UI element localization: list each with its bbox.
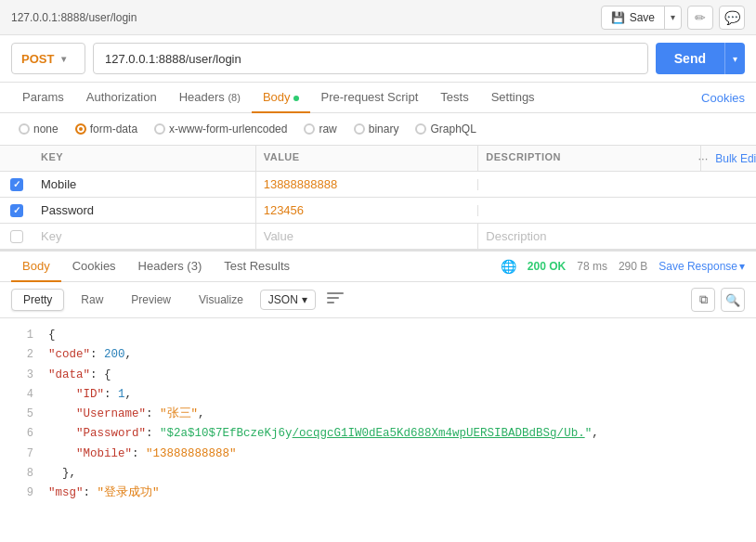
header-desc-col: DESCRIPTION (477, 146, 700, 171)
row-check-mobile[interactable]: ✓ (0, 173, 33, 197)
body-type-none[interactable]: none (11, 121, 66, 137)
desc-placeholder[interactable]: Description (477, 224, 700, 249)
search-icon: 🔍 (725, 293, 740, 307)
header-key-col: KEY (33, 146, 255, 171)
body-type-raw[interactable]: raw (296, 121, 344, 137)
key-placeholder[interactable]: Key (33, 224, 255, 249)
tab-body[interactable]: Body (252, 83, 310, 113)
copy-icon-button[interactable]: ⧉ (691, 288, 715, 312)
send-button-main[interactable]: Send (656, 43, 724, 74)
title-bar: 127.0.0.1:8888/user/login 💾 Save ▾ ✏ 💬 (0, 0, 756, 35)
cookies-link[interactable]: Cookies (701, 91, 745, 105)
body-type-row: none form-data x-www-form-urlencoded raw… (0, 113, 756, 146)
response-tabs: Body Cookies Headers (3) Test Results 🌐 … (0, 252, 756, 282)
send-dropdown-arrow[interactable]: ▾ (724, 43, 745, 74)
response-tab-cookies[interactable]: Cookies (61, 252, 127, 282)
json-line-6: 6 "Password": "$2a$10$7EfBczeKj6y/ocqgcG… (0, 424, 756, 444)
tab-authorization[interactable]: Authorization (75, 83, 168, 113)
format-label: JSON (268, 293, 298, 306)
edit-icon-button[interactable]: ✏ (687, 6, 713, 30)
radio-graphql (415, 123, 426, 135)
save-button[interactable]: 💾 Save ▾ (601, 6, 682, 30)
body-type-binary[interactable]: binary (346, 121, 407, 137)
comment-icon-button[interactable]: 💬 (719, 6, 745, 30)
body-type-graphql[interactable]: GraphQL (408, 121, 483, 137)
url-bar: POST ▾ Send ▾ (0, 35, 756, 83)
form-table: KEY VALUE DESCRIPTION ··· Bulk Edit ✓ Mo… (0, 146, 756, 250)
edit-icon: ✏ (695, 10, 706, 25)
json-content-7: "Mobile": "13888888888" (48, 445, 237, 464)
comment-icon: 💬 (724, 10, 740, 25)
desc-password[interactable] (477, 205, 700, 216)
checkbox-password[interactable]: ✓ (10, 204, 23, 217)
line-num-4: 4 (11, 385, 33, 405)
line-num-6: 6 (11, 424, 33, 444)
formdata-label: form-data (90, 123, 137, 136)
line-num-9: 9 (11, 484, 33, 503)
json-line-7: 7 "Mobile": "13888888888" (0, 445, 756, 464)
body-type-urlencoded[interactable]: x-www-form-urlencoded (147, 121, 294, 137)
tab-prerequest[interactable]: Pre-request Script (310, 83, 430, 113)
send-label: Send (674, 51, 706, 66)
copy-icon: ⧉ (699, 292, 708, 307)
filter-icon-button[interactable] (327, 292, 344, 308)
header-actions-col: ··· Bulk Edit (700, 146, 756, 171)
method-label: POST (21, 52, 54, 66)
json-line-1: 1 { (0, 326, 756, 345)
response-tab-body[interactable]: Body (11, 252, 61, 282)
send-button[interactable]: Send ▾ (656, 43, 745, 74)
save-response-button[interactable]: Save Response ▾ (658, 260, 745, 273)
method-dropdown[interactable]: POST ▾ (11, 43, 85, 74)
view-raw-button[interactable]: Raw (70, 290, 114, 310)
key-password[interactable]: Password (33, 198, 255, 223)
tab-params[interactable]: Params (11, 83, 75, 113)
json-content-3: "data": { (48, 366, 111, 385)
body-type-formdata[interactable]: form-data (68, 121, 145, 137)
format-dropdown[interactable]: JSON ▾ (260, 290, 316, 310)
view-preview-button[interactable]: Preview (120, 290, 182, 310)
checkbox-mobile[interactable]: ✓ (10, 178, 23, 191)
json-line-8: 8 }, (0, 464, 756, 484)
value-placeholder[interactable]: Value (255, 224, 478, 249)
form-row-mobile: ✓ Mobile 13888888888 (0, 172, 756, 198)
tab-settings[interactable]: Settings (480, 83, 546, 113)
response-size: 290 B (619, 260, 647, 273)
key-mobile[interactable]: Mobile (33, 172, 255, 197)
radio-formdata (75, 123, 86, 135)
header-check-col (0, 146, 33, 171)
none-label: none (33, 123, 59, 136)
svg-rect-0 (327, 292, 344, 294)
tab-tests[interactable]: Tests (429, 83, 479, 113)
row-check-password[interactable]: ✓ (0, 199, 33, 223)
url-input[interactable] (93, 43, 648, 74)
tab-headers[interactable]: Headers (8) (168, 83, 252, 113)
desc-mobile[interactable] (477, 179, 700, 190)
key-placeholder-text: Key (41, 229, 61, 243)
line-num-3: 3 (11, 366, 33, 385)
line-num-5: 5 (11, 405, 33, 424)
response-tab-testresults[interactable]: Test Results (213, 252, 301, 282)
search-icon-button[interactable]: 🔍 (721, 288, 745, 312)
binary-label: binary (369, 123, 399, 136)
form-table-header: KEY VALUE DESCRIPTION ··· Bulk Edit (0, 146, 756, 172)
view-pretty-button[interactable]: Pretty (11, 289, 64, 311)
json-content-2: "code": 200, (48, 345, 132, 365)
form-row-password: ✓ Password 123456 (0, 198, 756, 224)
json-content-8: }, (48, 464, 76, 484)
svg-rect-1 (327, 297, 339, 299)
more-options-icon[interactable]: ··· (697, 151, 708, 165)
save-dropdown-arrow[interactable]: ▾ (665, 6, 681, 29)
line-num-7: 7 (11, 445, 33, 464)
response-meta: 🌐 200 OK 78 ms 290 B Save Response ▾ (501, 259, 745, 274)
bulk-edit-button[interactable]: Bulk Edit (715, 152, 756, 165)
json-content-5: "Username": "张三", (48, 405, 205, 424)
value-placeholder-text: Value (264, 229, 293, 243)
value-password[interactable]: 123456 (255, 198, 478, 223)
response-tab-headers[interactable]: Headers (3) (127, 252, 214, 282)
radio-raw (304, 123, 315, 135)
save-label: Save (630, 11, 655, 24)
response-toolbar: Pretty Raw Preview Visualize JSON ▾ ⧉ 🔍 (0, 282, 756, 318)
value-mobile[interactable]: 13888888888 (255, 172, 478, 197)
save-button-main[interactable]: 💾 Save (602, 6, 665, 29)
view-visualize-button[interactable]: Visualize (188, 290, 254, 310)
